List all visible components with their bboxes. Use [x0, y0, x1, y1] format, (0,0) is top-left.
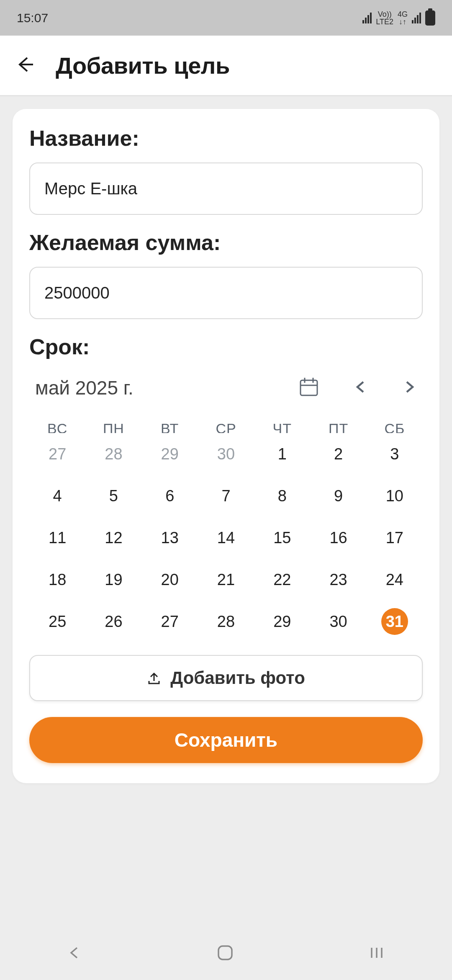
calendar-day[interactable]: 7 [198, 475, 254, 517]
calendar-day[interactable]: 27 [29, 433, 85, 475]
calendar-day[interactable]: 8 [254, 475, 310, 517]
amount-label: Желаемая сумма: [29, 230, 423, 255]
system-nav-bar [0, 926, 452, 980]
page-title: Добавить цель [56, 52, 230, 79]
calendar-weekday: ЧТ [254, 412, 310, 433]
nav-recents-icon[interactable] [368, 945, 385, 960]
calendar-day[interactable]: 11 [29, 517, 85, 559]
calendar-day[interactable]: 5 [85, 475, 141, 517]
calendar-day[interactable]: 12 [85, 517, 141, 559]
calendar-day[interactable]: 26 [85, 601, 141, 642]
calendar-day[interactable]: 20 [142, 559, 198, 601]
network-4g: 4G↓↑ [398, 10, 408, 26]
svg-rect-1 [218, 946, 232, 959]
calendar-weekday: СБ [367, 412, 423, 433]
calendar-day[interactable]: 28 [85, 433, 141, 475]
calendar-icon[interactable] [298, 376, 320, 400]
calendar-month-label[interactable]: май 2025 г. [35, 377, 134, 399]
upload-icon [147, 671, 161, 685]
calendar-day[interactable]: 17 [367, 517, 423, 559]
status-time: 15:07 [17, 11, 48, 25]
name-input[interactable] [29, 162, 423, 215]
back-button[interactable] [15, 54, 35, 76]
name-label: Название: [29, 126, 423, 151]
calendar-day[interactable]: 24 [367, 559, 423, 601]
calendar-day[interactable]: 1 [254, 433, 310, 475]
nav-back-icon[interactable] [67, 945, 82, 960]
calendar-day[interactable]: 16 [310, 517, 366, 559]
calendar-weekday: ПТ [310, 412, 366, 433]
network-label: Vo))LTE2 [376, 10, 393, 26]
battery-icon [425, 10, 435, 26]
goal-form-card: Название: Желаемая сумма: Срок: май 2025… [13, 109, 439, 783]
calendar-day[interactable]: 19 [85, 559, 141, 601]
calendar-weekday: ПН [85, 412, 141, 433]
status-bar: 15:07 Vo))LTE2 4G↓↑ [0, 0, 452, 36]
svg-rect-0 [300, 380, 317, 395]
calendar-day[interactable]: 29 [142, 433, 198, 475]
add-photo-button[interactable]: Добавить фото [29, 655, 423, 701]
calendar-day[interactable]: 30 [198, 433, 254, 475]
calendar-day[interactable]: 30 [310, 601, 366, 642]
calendar-day[interactable]: 9 [310, 475, 366, 517]
arrow-left-icon [15, 54, 35, 75]
add-photo-label: Добавить фото [170, 668, 305, 688]
calendar-day[interactable]: 10 [367, 475, 423, 517]
signal-icon [362, 13, 372, 23]
status-indicators: Vo))LTE2 4G↓↑ [362, 10, 435, 26]
calendar-day[interactable]: 21 [198, 559, 254, 601]
calendar-day[interactable]: 3 [367, 433, 423, 475]
calendar-day[interactable]: 18 [29, 559, 85, 601]
calendar-day[interactable]: 23 [310, 559, 366, 601]
calendar-day[interactable]: 13 [142, 517, 198, 559]
calendar-day[interactable]: 25 [29, 601, 85, 642]
next-month-button[interactable] [402, 379, 417, 396]
signal-icon-2 [412, 13, 421, 23]
nav-home-icon[interactable] [216, 944, 234, 962]
calendar-day[interactable]: 28 [198, 601, 254, 642]
calendar-day[interactable]: 4 [29, 475, 85, 517]
calendar-day[interactable]: 2 [310, 433, 366, 475]
prev-month-button[interactable] [353, 379, 368, 396]
calendar-day[interactable]: 14 [198, 517, 254, 559]
amount-input[interactable] [29, 267, 423, 319]
calendar-weekday: СР [198, 412, 254, 433]
calendar-weekday: ВТ [142, 412, 198, 433]
calendar-day[interactable]: 22 [254, 559, 310, 601]
save-button[interactable]: Сохранить [29, 717, 423, 763]
deadline-label: Срок: [29, 334, 423, 359]
calendar-day[interactable]: 29 [254, 601, 310, 642]
calendar-day[interactable]: 31 [367, 601, 423, 642]
app-header: Добавить цель [0, 36, 452, 96]
calendar-day[interactable]: 6 [142, 475, 198, 517]
calendar-day[interactable]: 15 [254, 517, 310, 559]
calendar: май 2025 г. ВСПНВТСРЧТПТСБ27282930123456… [29, 376, 423, 642]
calendar-weekday: ВС [29, 412, 85, 433]
calendar-day[interactable]: 27 [142, 601, 198, 642]
